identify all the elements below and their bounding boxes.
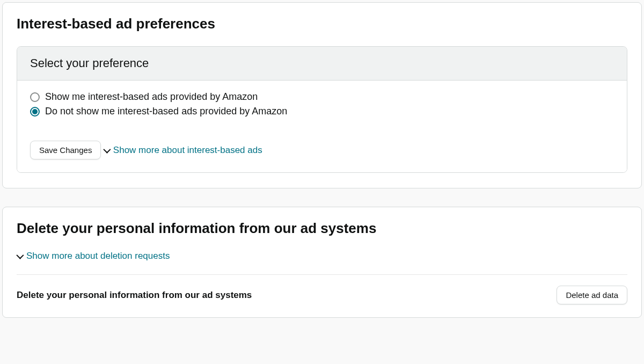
radio-label: Do not show me interest-based ads provid… (45, 106, 287, 117)
chevron-down-icon (16, 252, 24, 259)
save-changes-button[interactable]: Save Changes (30, 141, 101, 159)
delete-data-heading: Delete your personal information from ou… (17, 220, 627, 237)
radio-option-show-ads[interactable]: Show me interest-based ads provided by A… (30, 91, 614, 103)
preference-panel-title: Select your preference (17, 47, 627, 81)
ad-preferences-card: Interest-based ad preferences Select you… (2, 2, 642, 188)
expander-label: Show more about interest-based ads (113, 145, 262, 156)
show-more-deletion-link[interactable]: Show more about deletion requests (17, 251, 170, 261)
delete-ad-data-row: Delete your personal information from ou… (17, 286, 627, 304)
radio-option-do-not-show-ads[interactable]: Do not show me interest-based ads provid… (30, 106, 614, 117)
divider (17, 274, 627, 275)
radio-label: Show me interest-based ads provided by A… (45, 91, 258, 103)
preference-panel: Select your preference Show me interest-… (17, 46, 627, 173)
radio-icon (30, 92, 40, 102)
delete-ad-data-label: Delete your personal information from ou… (17, 290, 252, 301)
radio-icon (30, 107, 40, 117)
expander-label: Show more about deletion requests (26, 251, 170, 261)
chevron-down-icon (103, 146, 111, 154)
delete-ad-data-button[interactable]: Delete ad data (557, 286, 627, 304)
delete-data-card: Delete your personal information from ou… (2, 207, 642, 318)
preference-panel-body: Show me interest-based ads provided by A… (17, 81, 627, 172)
show-more-ads-link[interactable]: Show more about interest-based ads (104, 145, 262, 156)
ad-preferences-heading: Interest-based ad preferences (17, 16, 627, 32)
ad-preference-radio-group: Show me interest-based ads provided by A… (30, 91, 614, 117)
